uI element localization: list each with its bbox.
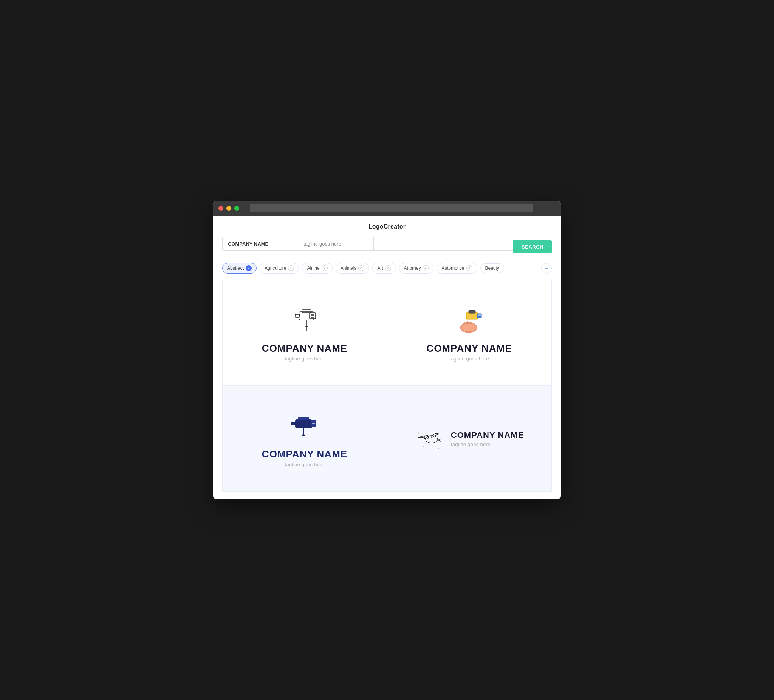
airline-check-icon: ✓ (322, 265, 327, 271)
close-button[interactable] (218, 206, 223, 211)
abstract-check-icon: ✓ (246, 265, 252, 271)
svg-rect-12 (462, 324, 476, 331)
category-automotive[interactable]: Automotive ✓ (437, 263, 477, 274)
svg-rect-1 (302, 310, 311, 313)
bird-star-icon: ✦ ✦ ✦ (415, 423, 445, 454)
attorney-label: Attorney (404, 266, 421, 271)
animals-check-icon: ✓ (358, 265, 364, 271)
category-attorney[interactable]: Attorney ✓ (399, 263, 434, 274)
logo1-tagline: tagline goes here (285, 356, 325, 362)
address-bar (250, 204, 533, 212)
logo4-tagline: tagline goes here (451, 442, 524, 447)
svg-text:✦: ✦ (422, 445, 424, 447)
logo3-company-name: COMPANY NAME (262, 448, 347, 460)
tattoo-gun-color-icon (450, 304, 488, 338)
svg-rect-16 (466, 312, 478, 319)
logo3-tagline: tagline goes here (285, 462, 325, 467)
attorney-check-icon: ✓ (423, 265, 428, 271)
logo-card-3[interactable]: COMPANY NAME tagline goes here (223, 386, 387, 492)
beauty-label: Beauty (485, 266, 499, 271)
category-beauty[interactable]: Beauty (480, 263, 504, 273)
svg-rect-24 (298, 417, 309, 420)
animals-label: Animals (341, 266, 357, 271)
title-bar (213, 201, 561, 216)
tagline-input[interactable] (298, 237, 374, 251)
tattoo-gun-dark-icon (288, 410, 322, 444)
app-title: LogoCreator (222, 223, 552, 230)
category-airline[interactable]: Airline ✓ (302, 263, 332, 274)
automotive-label: Automotive (442, 266, 464, 271)
logo2-tagline: tagline goes here (449, 356, 489, 362)
scroll-right-arrow[interactable]: → (541, 263, 552, 274)
category-agriculture[interactable]: Agriculture ✓ (260, 263, 299, 274)
svg-text:✦: ✦ (418, 431, 420, 435)
logo4-company-name: COMPANY NAME (451, 430, 524, 440)
category-art[interactable]: Art ✓ (372, 263, 396, 274)
art-label: Art (377, 266, 383, 271)
company-name-input[interactable] (222, 237, 298, 251)
logo1-company-name: COMPANY NAME (262, 343, 347, 354)
app-content: LogoCreator SEARCH Abstract ✓ Agricultur… (213, 216, 561, 499)
automotive-check-icon: ✓ (466, 265, 472, 271)
category-animals[interactable]: Animals ✓ (336, 263, 370, 274)
art-check-icon: ✓ (385, 265, 391, 271)
logo-card-4[interactable]: ✦ ✦ ✦ COMPANY NAME tagline goes here (387, 386, 551, 492)
logo-card-2[interactable]: COMPANY NAME tagline goes here (387, 280, 551, 386)
minimize-button[interactable] (227, 206, 231, 211)
maximize-button[interactable] (234, 206, 239, 211)
tattoo-gun-outline-icon (288, 304, 322, 338)
svg-rect-17 (469, 310, 475, 313)
abstract-label: Abstract (227, 266, 244, 271)
svg-rect-27 (291, 422, 296, 425)
search-bar: SEARCH (222, 237, 552, 257)
svg-rect-23 (295, 419, 312, 428)
categories-bar: Abstract ✓ Agriculture ✓ Airline ✓ Anima… (222, 263, 552, 274)
agriculture-check-icon: ✓ (288, 265, 294, 271)
category-abstract[interactable]: Abstract ✓ (222, 263, 256, 274)
logo-card-1[interactable]: COMPANY NAME tagline goes here (223, 280, 387, 386)
logo-grid: COMPANY NAME tagline goes here (222, 279, 552, 492)
airline-label: Airline (307, 266, 319, 271)
svg-text:✦: ✦ (437, 447, 439, 449)
browser-window: LogoCreator SEARCH Abstract ✓ Agricultur… (213, 201, 561, 499)
agriculture-label: Agriculture (265, 266, 286, 271)
search-button[interactable]: SEARCH (513, 240, 552, 253)
logo2-company-name: COMPANY NAME (426, 343, 512, 354)
extra-search-input[interactable] (374, 237, 513, 251)
